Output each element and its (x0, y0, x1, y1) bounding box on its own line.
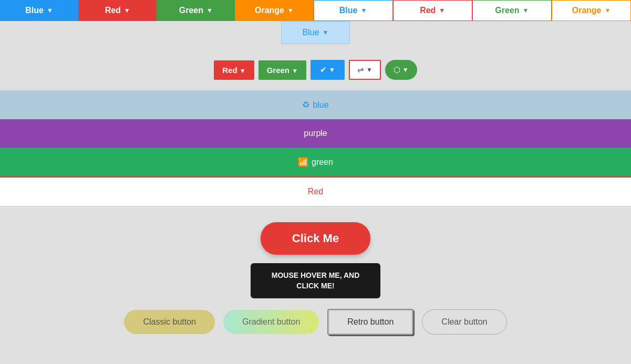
single-blue-label: Blue (303, 28, 319, 37)
green-filled-label: Green (179, 6, 203, 15)
bar-blue-label: blue (313, 100, 328, 110)
red-filled-label: Red (105, 6, 121, 15)
btn-filled-orange[interactable]: Orange ▼ (235, 0, 313, 21)
bottom-section: Click Me MOUSE HOVER ME, ANDCLICK ME! Cl… (0, 206, 631, 356)
chevron-icon: ▼ (292, 67, 298, 75)
orange-filled-label: Orange (255, 6, 284, 15)
gradient-label: Gradient button (242, 317, 300, 326)
chevron-icon: ▼ (124, 7, 130, 14)
sm-red-label: Red (222, 66, 237, 75)
hover-me-button[interactable]: MOUSE HOVER ME, ANDCLICK ME! (251, 263, 381, 298)
bar-green: 📶 green (0, 148, 631, 176)
btn-outline-red[interactable]: Red ▼ (393, 0, 472, 21)
chart-icon: 📶 (298, 157, 308, 167)
retro-button[interactable]: Retro button (327, 309, 413, 335)
bar-red: Red (0, 176, 631, 206)
click-me-label: Click Me (292, 232, 339, 245)
btn-outline-blue[interactable]: Blue ▼ (314, 0, 393, 21)
btn-single-blue[interactable]: Blue ▼ (281, 21, 350, 44)
single-blue-row: Blue ▼ (0, 21, 631, 49)
bar-red-label: Red (308, 187, 323, 196)
link-icon: ⬡ (394, 65, 400, 75)
recycle-icon: ♻ (302, 100, 309, 110)
btn-filled-green[interactable]: Green ▼ (157, 0, 235, 21)
bar-blue: ♻ blue (0, 90, 631, 119)
btn-outline-orange[interactable]: Orange ▼ (552, 0, 631, 21)
btn-sm-green[interactable]: Green ▼ (258, 60, 306, 80)
chevron-icon: ▼ (360, 7, 367, 14)
btn-filled-red[interactable]: Red ▼ (78, 0, 157, 21)
classic-button[interactable]: Classic button (124, 310, 215, 334)
bottom-four-buttons: Classic button Gradient button Retro but… (124, 309, 506, 335)
gradient-button[interactable]: Gradient button (223, 310, 319, 334)
btn-outline-green[interactable]: Green ▼ (472, 0, 552, 21)
btn-blue-check[interactable]: ✔ ▼ (311, 60, 345, 80)
btn-outline-filter[interactable]: ⇌ ▼ (349, 60, 381, 80)
bar-purple: purple (0, 119, 631, 148)
clear-button[interactable]: Clear button (422, 309, 506, 335)
chevron-icon: ▼ (605, 7, 611, 14)
clear-label: Clear button (441, 317, 487, 326)
second-row: Red ▼ Green ▼ ✔ ▼ ⇌ ▼ ⬡ ▼ (0, 49, 631, 90)
blue-filled-label: Blue (25, 6, 44, 15)
btn-sm-red[interactable]: Red ▼ (214, 60, 254, 80)
chevron-icon: ▼ (402, 66, 409, 74)
red-outline-label: Red (420, 6, 436, 15)
bar-green-label: green (312, 158, 333, 167)
bar-purple-label: purple (304, 129, 327, 138)
btn-circle-green[interactable]: ⬡ ▼ (385, 60, 417, 80)
chevron-icon: ▼ (439, 7, 445, 14)
chevron-icon: ▼ (329, 66, 335, 74)
chevron-icon: ▼ (366, 66, 373, 74)
orange-outline-label: Orange (572, 6, 601, 15)
chevron-icon: ▼ (522, 7, 529, 14)
blue-outline-label: Blue (339, 6, 358, 15)
chevron-icon: ▼ (287, 7, 294, 14)
classic-label: Classic button (143, 317, 196, 326)
chevron-icon: ▼ (206, 7, 213, 14)
sm-green-label: Green (267, 66, 289, 75)
green-outline-label: Green (495, 6, 519, 15)
filter-icon: ⇌ (357, 65, 364, 75)
hover-me-label: MOUSE HOVER ME, ANDCLICK ME! (272, 271, 360, 290)
click-me-button[interactable]: Click Me (261, 222, 370, 255)
chevron-icon: ▼ (323, 29, 329, 36)
chevron-icon: ▼ (240, 67, 246, 75)
retro-label: Retro button (347, 317, 394, 326)
top-row: Blue ▼ Red ▼ Green ▼ Orange ▼ Blue ▼ Red… (0, 0, 631, 21)
check-icon: ✔ (320, 65, 327, 75)
chevron-icon: ▼ (47, 7, 53, 14)
btn-filled-blue[interactable]: Blue ▼ (0, 0, 78, 21)
